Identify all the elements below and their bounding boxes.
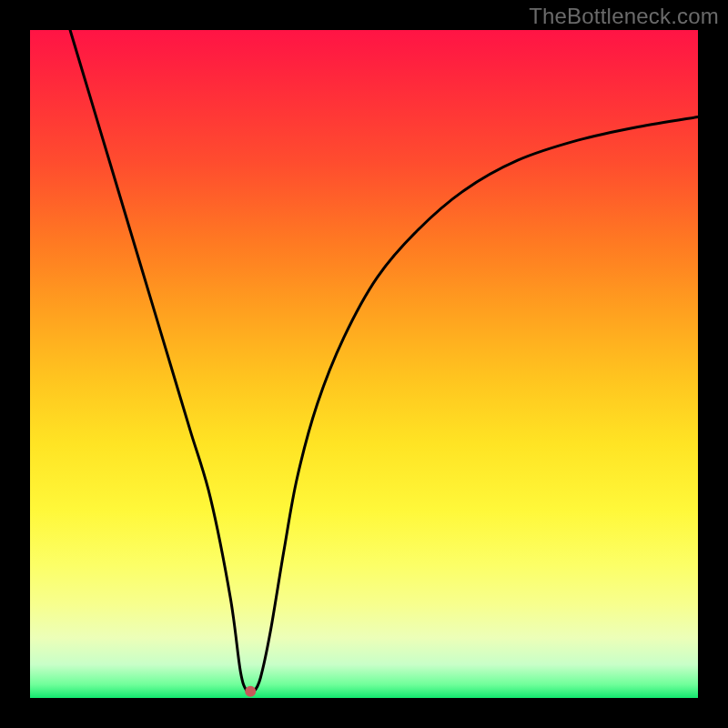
minimum-marker: [245, 686, 256, 697]
watermark-text: TheBottleneck.com: [529, 4, 719, 29]
plot-area: [30, 30, 698, 698]
bottleneck-curve: [70, 30, 698, 693]
chart-frame: TheBottleneck.com: [0, 0, 728, 728]
curve-svg: [30, 30, 698, 698]
